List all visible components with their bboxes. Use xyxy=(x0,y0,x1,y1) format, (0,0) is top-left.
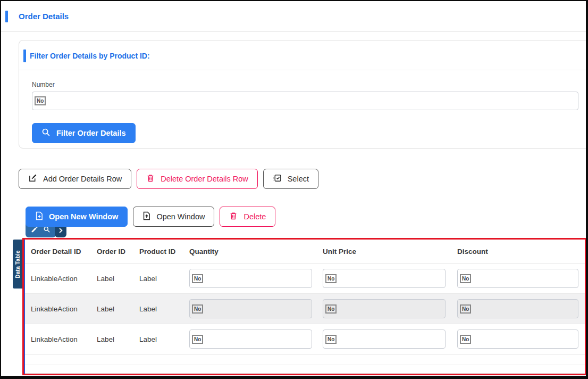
title-accent-bar xyxy=(5,11,8,22)
linkable-action-cell[interactable]: LinkableAction xyxy=(31,275,97,283)
search-icon xyxy=(41,128,51,138)
open-window-button[interactable]: Open Window xyxy=(133,207,214,227)
data-table-tag[interactable]: Data Table xyxy=(13,240,22,289)
file-plus-icon xyxy=(35,211,43,222)
order-id-cell: Label xyxy=(97,275,139,283)
discount-input[interactable]: No xyxy=(457,299,578,318)
no-placeholder-chip: No xyxy=(192,274,203,283)
trash-icon xyxy=(229,211,238,222)
quantity-input[interactable]: No xyxy=(189,269,312,288)
table-row: LinkableAction Label Label No No No xyxy=(25,294,585,324)
product-id-cell: Label xyxy=(139,335,189,343)
search-icon[interactable] xyxy=(43,226,51,235)
product-id-cell: Label xyxy=(139,275,189,283)
discount-input[interactable]: No xyxy=(457,329,578,349)
edit-icon xyxy=(28,174,37,184)
no-placeholder-chip: No xyxy=(325,304,337,314)
no-placeholder-chip: No xyxy=(325,274,337,283)
delete-order-details-row-button[interactable]: Delete Order Details Row xyxy=(137,169,257,189)
unit-price-input[interactable]: No xyxy=(323,329,446,349)
no-placeholder-chip: No xyxy=(460,335,471,344)
column-header-product-id: Product ID xyxy=(139,248,189,256)
no-placeholder-chip: No xyxy=(192,304,203,314)
empty-table-strip xyxy=(25,355,585,365)
table-row: LinkableAction Label Label No No No xyxy=(25,324,585,355)
order-details-screen: Order Details Filter Order Details by Pr… xyxy=(0,0,588,379)
quantity-input[interactable]: No xyxy=(189,299,312,318)
filter-accent-bar xyxy=(23,50,26,62)
filter-order-details-button[interactable]: Filter Order Details xyxy=(32,123,136,143)
number-input[interactable]: No xyxy=(32,92,578,110)
table-row: LinkableAction Label Label No No No xyxy=(25,263,585,294)
select-checklist-icon xyxy=(273,174,282,184)
linkable-action-cell[interactable]: LinkableAction xyxy=(31,305,97,313)
add-order-details-row-button[interactable]: Add Order Details Row xyxy=(19,169,131,189)
empty-table-strip xyxy=(25,365,585,374)
open-new-window-button[interactable]: Open New Window xyxy=(26,207,128,227)
no-placeholder-chip: No xyxy=(325,335,337,344)
page-title: Order Details xyxy=(19,12,69,21)
quantity-input[interactable]: No xyxy=(189,329,312,349)
data-table: Order Detail ID Order ID Product ID Quan… xyxy=(22,238,586,375)
row-actions-toolbar: Add Order Details Row Delete Order Detai… xyxy=(19,169,318,189)
unit-price-input[interactable]: No xyxy=(323,299,446,318)
order-id-cell: Label xyxy=(97,335,139,343)
column-header-order-id: Order ID xyxy=(97,248,139,256)
column-header-order-detail-id: Order Detail ID xyxy=(31,248,97,256)
column-header-quantity: Quantity xyxy=(189,248,323,256)
unit-price-input[interactable]: No xyxy=(323,269,446,288)
no-placeholder-chip: No xyxy=(460,274,471,283)
linkable-action-cell[interactable]: LinkableAction xyxy=(31,335,97,343)
discount-input[interactable]: No xyxy=(457,269,578,288)
no-placeholder-chip: No xyxy=(460,304,471,314)
no-placeholder-chip: No xyxy=(192,335,203,344)
data-table-inner: Order Detail ID Order ID Product ID Quan… xyxy=(24,240,585,374)
table-header-row: Order Detail ID Order ID Product ID Quan… xyxy=(25,240,585,263)
number-field-label: Number xyxy=(32,81,55,88)
filter-panel-title: Filter Order Details by Product ID: xyxy=(30,52,150,60)
select-button[interactable]: Select xyxy=(263,169,318,189)
filter-divider xyxy=(19,70,588,70)
delete-button[interactable]: Delete xyxy=(220,207,275,227)
filter-panel: Filter Order Details by Product ID: Numb… xyxy=(19,40,588,149)
no-placeholder-chip: No xyxy=(35,96,46,105)
header-divider xyxy=(1,31,586,32)
product-id-cell: Label xyxy=(139,305,189,313)
column-header-discount: Discount xyxy=(457,248,577,256)
file-up-icon xyxy=(142,211,150,222)
column-header-unit-price: Unit Price xyxy=(323,248,457,256)
order-id-cell: Label xyxy=(97,305,139,313)
window-actions-toolbar: Open New Window Open Window Delete xyxy=(26,207,275,227)
pencil-icon[interactable] xyxy=(31,226,38,235)
trash-icon xyxy=(146,174,155,184)
